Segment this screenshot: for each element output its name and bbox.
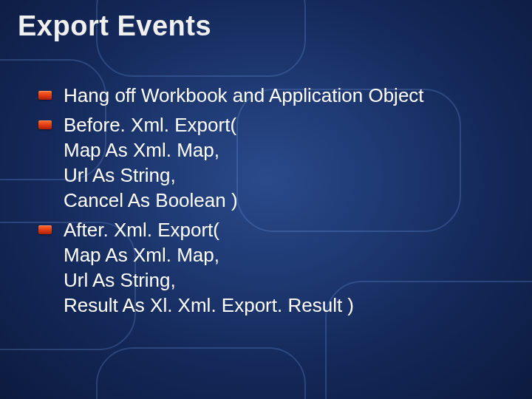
list-item: Hang off Workbook and Application Object: [38, 83, 517, 108]
slide-title: Export Events: [18, 10, 211, 42]
slide: Export Events Hang off Workbook and Appl…: [0, 0, 532, 399]
list-item-text: Before. Xml. Export( Map As Xml. Map, Ur…: [64, 112, 238, 213]
list-item-text: After. Xml. Export( Map As Xml. Map, Url…: [64, 217, 354, 318]
list-item: Before. Xml. Export( Map As Xml. Map, Ur…: [38, 112, 517, 213]
bullet-icon: [38, 91, 52, 100]
list-item: After. Xml. Export( Map As Xml. Map, Url…: [38, 217, 517, 318]
bullet-list: Hang off Workbook and Application Object…: [38, 83, 517, 322]
bullet-icon: [38, 225, 52, 234]
list-item-text: Hang off Workbook and Application Object: [64, 83, 424, 108]
bullet-icon: [38, 120, 52, 129]
decoration: [96, 347, 306, 399]
